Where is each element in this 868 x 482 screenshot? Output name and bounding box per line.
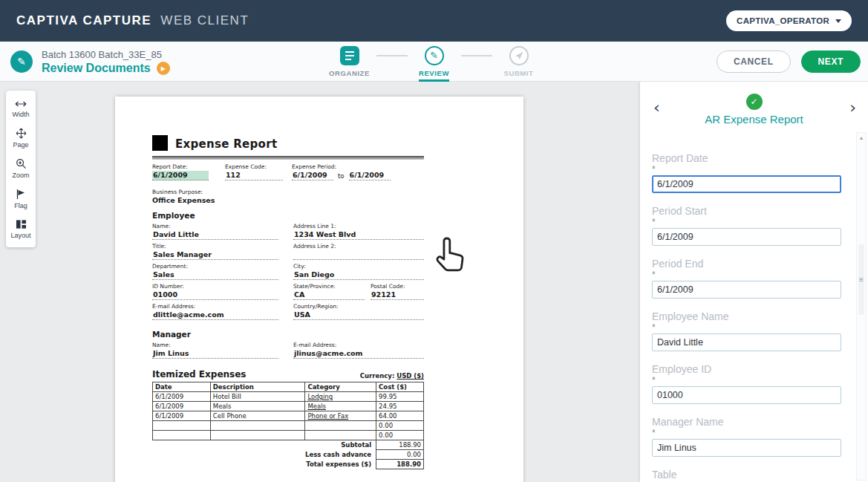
period-end-input[interactable] xyxy=(652,281,841,299)
batch-zone: ✎ Batch 13600 Batch_33E_85 Review Docume… xyxy=(10,49,170,75)
period-from-value: 6/1/2009 xyxy=(292,171,333,180)
manager-email-value: jlinus@acme.com xyxy=(293,349,424,359)
field-label: Report Date xyxy=(652,152,841,165)
page-title: Review Documents xyxy=(42,62,151,75)
app-title: CAPTIVA CAPTURE WEB CLIENT xyxy=(16,13,249,28)
field-label: Manager Name xyxy=(652,415,841,429)
subtotal-row: Subtotal 188.90 xyxy=(153,440,424,450)
currency-value: USD ($) xyxy=(397,372,424,380)
manager-heading: Manager xyxy=(152,330,424,339)
action-buttons: CANCEL NEXT xyxy=(717,51,861,73)
step-connector xyxy=(376,55,408,56)
pencil-glyph: ✎ xyxy=(17,56,26,68)
period-to-value: 6/1/2009 xyxy=(349,171,391,180)
step-submit-label: SUBMIT xyxy=(503,69,533,77)
step-review-label: REVIEW xyxy=(419,69,449,82)
expense-code-value: 112 xyxy=(225,171,283,180)
next-button[interactable]: NEXT xyxy=(801,51,861,73)
scrollbar-thumb[interactable]: ≡ xyxy=(858,244,864,315)
tool-flag[interactable]: Flag xyxy=(6,183,36,214)
fields-panel: ‹ ✓ AR Expense Report › Report Date * Pe… xyxy=(640,82,868,482)
field-label: Employee Name xyxy=(652,310,841,323)
tool-zoom[interactable]: Zoom xyxy=(6,153,36,183)
business-purpose-value: Office Expenses xyxy=(152,196,424,204)
panel-scrollbar[interactable]: ▴ ≡ xyxy=(856,132,867,481)
required-asterisk: * xyxy=(652,323,841,332)
scroll-up-icon[interactable]: ▴ xyxy=(857,133,866,141)
field-group: Employee Name * xyxy=(652,310,841,351)
expense-code-field: Expense Code: 112 xyxy=(225,163,292,180)
period-start-input[interactable] xyxy=(652,228,841,246)
table-row: 0.00 xyxy=(153,431,424,440)
tool-width-label: Width xyxy=(12,111,29,118)
business-purpose-field: Business Purpose: Office Expenses xyxy=(152,189,424,204)
city-value: San Diego xyxy=(293,270,424,280)
batch-label: Batch 13600 Batch_33E_85 xyxy=(42,49,170,60)
start-review-button[interactable]: ▶ xyxy=(157,62,170,75)
step-organize[interactable]: ORGANIZE xyxy=(323,45,376,77)
report-date-field: Report Date: 6/1/2009 xyxy=(152,163,225,180)
divider xyxy=(152,156,424,160)
grip-icon: ≡ xyxy=(859,276,864,284)
edit-pencil-icon: ✎ xyxy=(10,51,33,73)
report-date-value: 6/1/2009 xyxy=(152,171,209,180)
panel-body: Report Date * Period Start * Period End … xyxy=(640,131,868,481)
next-document-button[interactable]: › xyxy=(849,100,856,116)
play-icon: ▶ xyxy=(161,65,166,72)
panel-header: ‹ ✓ AR Expense Report › xyxy=(640,82,868,131)
table-row: 6/1/2009 Hotel Bill Lodging 99.95 xyxy=(153,392,424,402)
cancel-button[interactable]: CANCEL xyxy=(717,51,791,73)
company-logo xyxy=(152,135,168,151)
review-pencil-icon: ✎ xyxy=(425,46,444,65)
user-menu-button[interactable]: CAPTIVA_OPERATOR xyxy=(726,10,852,31)
field-label: Period Start xyxy=(652,204,841,218)
document-page[interactable]: Expense Report Report Date: 6/1/2009 Exp… xyxy=(115,97,523,482)
tool-zoom-label: Zoom xyxy=(12,172,29,179)
state-value: CA xyxy=(293,290,365,300)
field-group: Period Start * xyxy=(652,204,841,246)
tool-page[interactable]: Page xyxy=(6,123,36,153)
tool-width[interactable]: Width xyxy=(6,94,36,123)
chevron-down-icon xyxy=(835,19,841,23)
brand-primary: CAPTIVA CAPTURE xyxy=(16,13,151,27)
zoom-icon xyxy=(16,158,27,169)
currency-field: Currency: USD ($) xyxy=(360,372,424,380)
employee-id-value: 01000 xyxy=(152,290,278,300)
valid-check-icon: ✓ xyxy=(746,94,763,110)
batch-info: Batch 13600 Batch_33E_85 Review Document… xyxy=(42,49,170,75)
postal-value: 92121 xyxy=(371,290,424,300)
table-header-row: Date Description Category Cost ($) xyxy=(153,382,424,392)
expense-report-document: Expense Report Report Date: 6/1/2009 Exp… xyxy=(152,135,424,469)
flag-icon xyxy=(16,189,26,200)
step-organize-label: ORGANIZE xyxy=(329,69,370,77)
field-group: Employee ID * xyxy=(652,362,841,404)
employee-id-input[interactable] xyxy=(652,386,841,404)
step-review[interactable]: ✎ REVIEW xyxy=(408,45,461,82)
employee-heading: Employee xyxy=(152,211,424,220)
field-group: Period End * xyxy=(652,257,841,299)
chevron-right-icon: › xyxy=(849,98,856,117)
address2-value xyxy=(293,250,424,260)
employee-email-value: dlittle@acme.com xyxy=(152,310,278,320)
workflow-stepper: ORGANIZE ✎ REVIEW SUBMIT xyxy=(323,45,546,82)
field-label: Employee ID xyxy=(652,362,841,376)
employee-name-value: David Little xyxy=(152,230,278,240)
document-type-title: AR Expense Report xyxy=(640,113,868,126)
employee-dept-value: Sales xyxy=(152,270,278,280)
itemized-expenses-heading: Itemized Expenses xyxy=(152,369,246,380)
cash-advance-row: Less cash advance 0.00 xyxy=(153,450,424,460)
required-asterisk: * xyxy=(652,429,841,437)
employee-name-input[interactable] xyxy=(652,333,841,351)
tool-layout-label: Layout xyxy=(10,232,30,239)
required-asterisk: * xyxy=(652,165,841,174)
manager-name-input[interactable] xyxy=(652,439,841,457)
report-date-input[interactable] xyxy=(652,175,841,193)
tool-layout[interactable]: Layout xyxy=(6,214,36,244)
step-submit: SUBMIT xyxy=(492,45,546,77)
tool-flag-label: Flag xyxy=(14,202,27,209)
required-asterisk: * xyxy=(652,270,841,279)
hand-cursor-icon xyxy=(429,234,471,281)
itemized-expenses-table: Date Description Category Cost ($) 6/1/2… xyxy=(152,382,424,469)
country-value: USA xyxy=(293,310,424,320)
paper-plane-icon xyxy=(509,46,529,65)
